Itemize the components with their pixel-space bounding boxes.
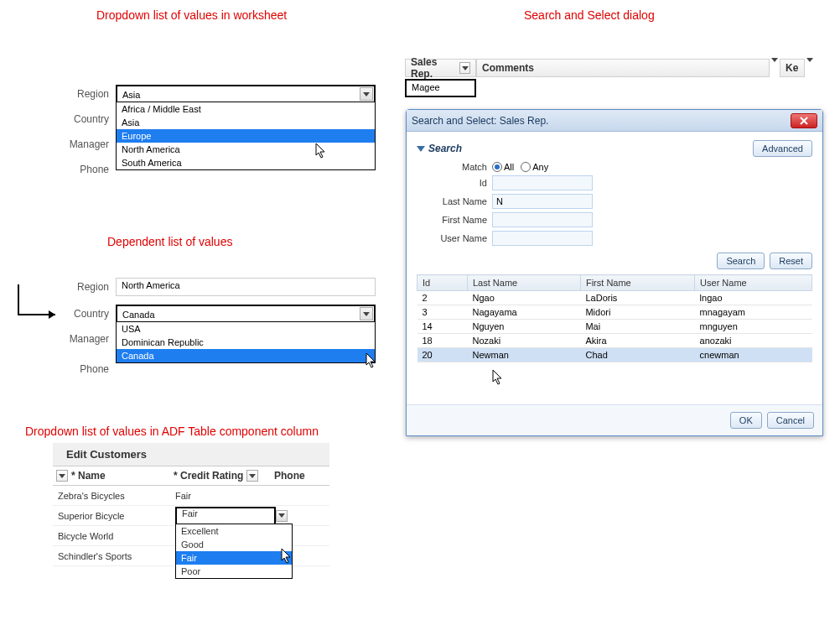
col-first[interactable]: First Name [580,275,694,291]
results-cell-user: lngao [695,291,812,305]
dep-phone-label: Phone [32,363,116,375]
dialog-titlebar[interactable]: Search and Select: Sales Rep. [407,110,822,132]
results-cell-first: LaDoris [580,291,694,305]
sales-rep-menu[interactable] [459,62,470,74]
cancel-button[interactable]: Cancel [767,412,814,429]
ok-button[interactable]: OK [730,412,762,429]
results-cell-id: 2 [417,291,468,305]
col-key[interactable]: Ke [780,59,805,77]
user-name-label: User Name [417,233,492,243]
rating-column-menu[interactable] [246,470,258,482]
search-button[interactable]: Search [717,253,765,269]
region-option[interactable]: South America [117,156,375,169]
match-row: Match All Any [417,162,812,172]
phone-column-label: Phone [274,470,305,482]
col-sales-rep[interactable]: Sales Rep. [405,59,476,77]
region-option[interactable]: Asia [117,116,375,129]
dep-country-dropdown-button[interactable] [360,307,373,320]
dep-country-combo[interactable]: Canada USA Dominican Republic Canada [116,305,376,323]
results-row[interactable]: 2NgaoLaDorislngao [417,291,812,305]
id-input[interactable] [492,175,593,190]
chevron-down-icon [363,312,370,316]
dep-region-field[interactable]: North America [116,278,376,296]
credit-rating-value: Fair [177,507,203,520]
key-menu[interactable] [806,62,813,74]
rating-option[interactable]: Excellent [176,524,292,538]
col-last[interactable]: Last Name [468,275,581,291]
results-row[interactable]: 14NguyenMaimnguyen [417,320,812,334]
search-heading: Search [428,143,462,154]
dialog-body: Search Advanced Match All Any Id Last Na… [407,132,822,404]
region-dropdown-button[interactable] [360,87,373,101]
results-cell-id: 20 [417,348,468,362]
col-user[interactable]: User Name [695,275,812,291]
last-name-label: Last Name [417,196,492,206]
title-dependent: Dependent list of values [107,235,232,248]
results-table: Id Last Name First Name User Name 2NgaoL… [417,274,812,362]
comments-menu[interactable] [771,62,778,74]
table-row-active[interactable]: Superior Bicycle Fair Excellent Good Fai… [53,506,329,526]
match-all-radio[interactable] [492,162,502,172]
results-row[interactable]: 18NozakiAkiraanozaki [417,334,812,348]
reset-button[interactable]: Reset [770,253,812,269]
first-name-input[interactable] [492,212,593,227]
results-cell-last: Newman [468,348,581,362]
search-select-dialog: Search and Select: Sales Rep. Search Adv… [406,109,823,436]
dep-country-option-selected[interactable]: Canada [117,349,375,362]
dep-country-row: Country Canada USA Dominican Republic Ca… [32,304,376,324]
search-disclosure[interactable]: Search [417,143,462,154]
rating-option[interactable]: Good [176,538,292,551]
manager-label: Manager [32,138,116,150]
rating-column-label: * Credit Rating [174,470,243,482]
results-cell-last: Nozaki [468,334,581,348]
dep-country-value: Canada [117,306,374,321]
results-row[interactable]: 3NagayamaMidorimnagayam [417,305,812,320]
dep-country-option[interactable]: Dominican Republic [117,336,375,349]
advanced-button[interactable]: Advanced [753,140,812,157]
col-comments[interactable]: Comments [476,59,770,77]
last-name-input[interactable] [492,194,593,209]
results-cell-id: 14 [417,320,468,334]
close-button[interactable] [791,113,817,128]
dialog-title: Search and Select: Sales Rep. [412,115,791,127]
results-cell-last: Ngao [468,291,581,305]
credit-rating-dropdown-button[interactable] [276,510,288,522]
results-row[interactable]: 20NewmanChadcnewman [417,348,812,362]
results-cell-id: 3 [417,305,468,320]
results-cell-user: mnguyen [695,320,812,334]
region-option[interactable]: Africa / Middle East [117,102,375,116]
cell-rating: Fair [170,489,271,503]
results-cell-user: anozaki [695,334,812,348]
edit-customers-title: Edit Customers [53,443,329,466]
dep-region-value: North America [122,280,180,290]
name-column-menu[interactable] [56,470,68,482]
results-cell-user: cnewman [695,348,812,362]
cell-name: Zebra's Bicycles [53,489,170,503]
rating-option[interactable]: Poor [176,565,292,578]
table-row[interactable]: Zebra's Bicycles Fair [53,486,329,506]
region-option-selected[interactable]: Europe [117,129,375,143]
col-id[interactable]: Id [417,275,468,291]
credit-rating-combo[interactable]: Fair Excellent Good Fair Poor [175,507,276,525]
close-icon [799,117,809,125]
region-option[interactable]: North America [117,143,375,156]
match-label: Match [417,162,492,172]
dep-country-option[interactable]: USA [117,322,375,336]
dep-manager-label: Manager [32,333,116,345]
sales-rep-cell[interactable]: Magee [405,79,476,97]
chevron-down-icon [278,513,285,518]
user-name-input[interactable] [492,231,593,246]
disclosure-triangle-icon [417,146,425,152]
chevron-down-icon [771,58,778,72]
match-any-radio[interactable] [521,162,531,172]
match-all-label: All [504,162,514,172]
col-sales-rep-label: Sales Rep. [411,56,456,80]
rating-option-selected[interactable]: Fair [176,551,292,565]
results-cell-last: Nagayama [468,305,581,320]
title-search-dialog: Search and Select dialog [524,8,655,22]
cell-name: Schindler's Sports [53,550,170,563]
first-name-label: First Name [417,215,492,225]
col-comments-label: Comments [482,62,534,74]
phone-label: Phone [32,164,116,175]
region-combo[interactable]: Asia Africa / Middle East Asia Europe No… [116,85,376,103]
